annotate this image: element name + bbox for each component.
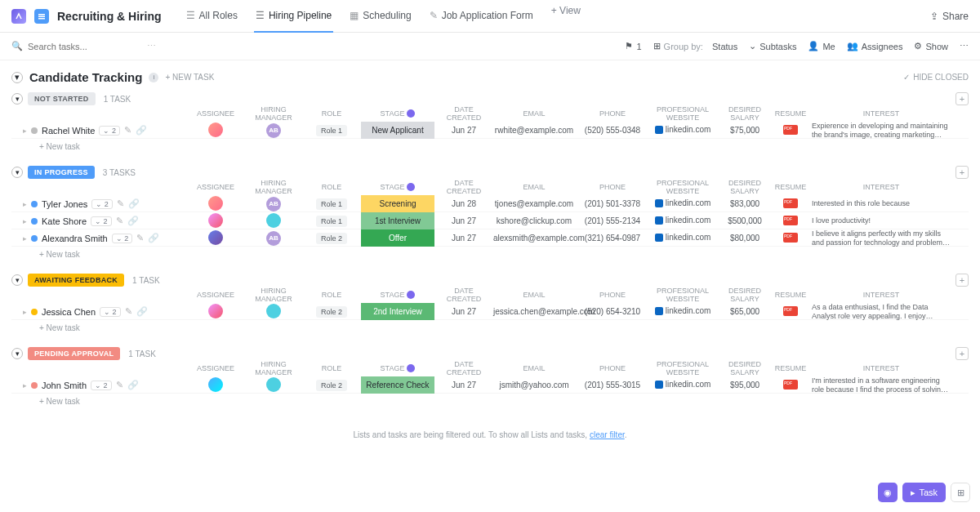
- stage-value[interactable]: Screening: [361, 195, 434, 212]
- record-button[interactable]: ◉: [878, 483, 898, 502]
- salary-value[interactable]: $80,000: [720, 234, 769, 243]
- assignee-avatar[interactable]: [208, 196, 223, 211]
- col-email[interactable]: EMAIL: [493, 109, 575, 118]
- col-email[interactable]: EMAIL: [493, 183, 575, 191]
- col-salary[interactable]: DESIRED SALARY: [720, 360, 769, 376]
- stage-value[interactable]: 1st Interview: [361, 212, 434, 229]
- email-value[interactable]: jessica.chen@example.com: [493, 307, 575, 316]
- col-hiring-manager[interactable]: HIRING MANAGER: [245, 105, 302, 122]
- status-dot[interactable]: [31, 235, 38, 242]
- col-role[interactable]: ROLE: [307, 291, 356, 299]
- collapse-list-button[interactable]: ▾: [11, 72, 23, 83]
- task-name[interactable]: Kate Shore: [42, 216, 87, 226]
- col-resume[interactable]: RESUME: [774, 109, 807, 118]
- rename-icon[interactable]: ✎: [116, 380, 123, 390]
- task-row[interactable]: ▸ John Smith ⌄ 2 ✎ 🔗 Role 2 Reference Ch…: [11, 376, 969, 394]
- website-link[interactable]: linkedin.com: [655, 380, 711, 389]
- rename-icon[interactable]: ✎: [117, 198, 124, 209]
- col-stage[interactable]: STAGE: [361, 364, 434, 372]
- hide-closed-button[interactable]: ✓HIDE CLOSED: [903, 73, 969, 82]
- col-phone[interactable]: PHONE: [580, 109, 645, 118]
- col-date[interactable]: DATE CREATED: [439, 287, 488, 303]
- email-value[interactable]: rwhite@example.com: [493, 126, 575, 135]
- assignees-button[interactable]: 👥Assignees: [847, 41, 903, 51]
- resume-pdf-icon[interactable]: [783, 198, 798, 208]
- task-row[interactable]: ▸ Rachel White ⌄ 2 ✎ 🔗 AB Role 1 New App…: [11, 122, 969, 139]
- rename-icon[interactable]: ✎: [124, 125, 131, 136]
- add-column-button[interactable]: +: [956, 92, 969, 105]
- status-label[interactable]: PENDING APPROVAL: [28, 347, 120, 360]
- resume-pdf-icon[interactable]: [783, 380, 798, 390]
- interest-value[interactable]: As a data enthusiast, I find the Data An…: [812, 303, 951, 321]
- expand-subtasks-button[interactable]: ▸: [23, 127, 27, 135]
- attach-icon[interactable]: 🔗: [136, 125, 147, 136]
- role-value[interactable]: Role 2: [316, 233, 347, 244]
- task-row[interactable]: ▸ Jessica Chen ⌄ 2 ✎ 🔗 Role 2 2nd Interv…: [11, 303, 969, 320]
- phone-value[interactable]: (201) 501-3378: [580, 199, 645, 208]
- hiring-manager-avatar[interactable]: [266, 304, 281, 318]
- col-salary[interactable]: DESIRED SALARY: [720, 179, 769, 195]
- resume-pdf-icon[interactable]: [783, 306, 798, 316]
- stage-value[interactable]: New Applicant: [361, 122, 434, 139]
- col-email[interactable]: EMAIL: [493, 364, 575, 372]
- rename-icon[interactable]: ✎: [125, 306, 132, 317]
- task-row[interactable]: ▸ Tyler Jones ⌄ 2 ✎ 🔗 AB Role 1 Screenin…: [11, 195, 969, 212]
- hiring-manager-avatar[interactable]: [266, 213, 281, 228]
- stage-value[interactable]: Reference Check: [361, 376, 434, 394]
- me-button[interactable]: 👤Me: [808, 41, 835, 51]
- interest-value[interactable]: Interested in this role because: [812, 199, 951, 208]
- expand-subtasks-button[interactable]: ▸: [23, 217, 27, 225]
- task-row[interactable]: ▸ Alexandra Smith ⌄ 2 ✎ 🔗 AB Role 2 Offe…: [11, 229, 969, 247]
- col-salary[interactable]: DESIRED SALARY: [720, 105, 769, 122]
- expand-subtasks-button[interactable]: ▸: [23, 308, 27, 316]
- salary-value[interactable]: $65,000: [720, 307, 769, 316]
- task-row[interactable]: ▸ Kate Shore ⌄ 2 ✎ 🔗 Role 1 1st Intervie…: [11, 212, 969, 229]
- rename-icon[interactable]: ✎: [116, 216, 123, 226]
- col-phone[interactable]: PHONE: [580, 183, 645, 191]
- add-view-button[interactable]: + View: [550, 5, 582, 28]
- add-column-button[interactable]: +: [956, 274, 969, 287]
- collapse-group-button[interactable]: ▾: [11, 167, 23, 178]
- assignee-avatar[interactable]: [208, 213, 223, 228]
- role-value[interactable]: Role 1: [316, 198, 347, 210]
- col-role[interactable]: ROLE: [307, 364, 356, 372]
- hiring-manager-avatar[interactable]: [266, 377, 281, 392]
- assignee-avatar[interactable]: [208, 230, 223, 245]
- col-stage[interactable]: STAGE: [361, 183, 434, 191]
- col-hiring-manager[interactable]: HIRING MANAGER: [245, 179, 302, 195]
- new-task-row[interactable]: + New task: [11, 394, 969, 406]
- subtask-count[interactable]: ⌄ 2: [99, 126, 120, 136]
- col-stage[interactable]: STAGE: [361, 109, 434, 118]
- assignee-avatar[interactable]: [208, 122, 223, 137]
- website-link[interactable]: linkedin.com: [655, 233, 711, 242]
- website-link[interactable]: linkedin.com: [655, 216, 711, 225]
- col-role[interactable]: ROLE: [307, 183, 356, 191]
- resume-pdf-icon[interactable]: [783, 233, 798, 243]
- website-link[interactable]: linkedin.com: [655, 306, 711, 315]
- subtask-count[interactable]: ⌄ 2: [112, 234, 133, 243]
- collapse-group-button[interactable]: ▾: [11, 93, 23, 105]
- phone-value[interactable]: (201) 555-2134: [580, 216, 645, 225]
- info-icon[interactable]: i: [149, 73, 158, 82]
- email-value[interactable]: jsmith@yahoo.com: [493, 381, 575, 390]
- col-interest[interactable]: INTEREST: [812, 183, 951, 191]
- col-assignee[interactable]: ASSIGNEE: [191, 183, 240, 191]
- interest-value[interactable]: I'm interested in a software engineering…: [812, 376, 951, 394]
- col-stage[interactable]: STAGE: [361, 291, 434, 299]
- expand-subtasks-button[interactable]: ▸: [23, 381, 27, 390]
- attach-icon[interactable]: 🔗: [136, 306, 148, 317]
- share-button[interactable]: ⇪Share: [930, 11, 969, 22]
- col-website[interactable]: PROFESIONAL WEBSITE: [650, 287, 715, 303]
- col-role[interactable]: ROLE: [307, 109, 356, 118]
- status-label[interactable]: NOT STARTED: [28, 92, 96, 105]
- collapse-group-button[interactable]: ▾: [11, 274, 23, 286]
- status-dot[interactable]: [31, 382, 38, 389]
- search-options-button[interactable]: ⋯: [147, 41, 156, 51]
- subtask-count[interactable]: ⌄ 2: [91, 199, 113, 209]
- phone-value[interactable]: (201) 555-3015: [580, 381, 645, 390]
- col-assignee[interactable]: ASSIGNEE: [191, 364, 240, 372]
- new-task-button[interactable]: + NEW TASK: [165, 73, 214, 82]
- new-task-row[interactable]: + New task: [11, 247, 969, 259]
- more-button[interactable]: ⋯: [960, 41, 969, 51]
- role-value[interactable]: Role 2: [316, 306, 347, 318]
